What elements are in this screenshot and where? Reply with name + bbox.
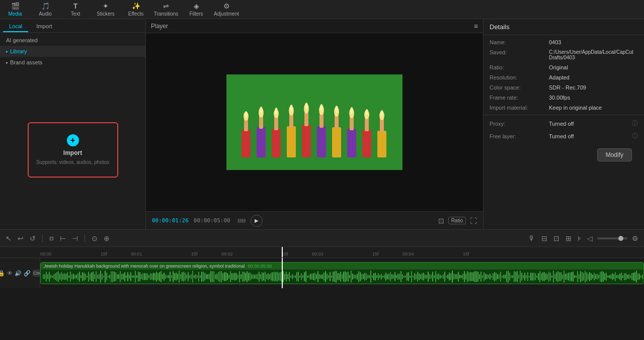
toolbar-divider-2: [85, 234, 85, 242]
proxy-value: Turned off: [549, 121, 628, 127]
svg-rect-25: [332, 127, 341, 157]
toolbar-effects[interactable]: ✨ Effects: [121, 0, 151, 19]
toolbar-text[interactable]: T Text: [60, 0, 91, 19]
toolbar-media[interactable]: 🎬 Media: [0, 0, 30, 19]
settings-icon[interactable]: ⚙: [630, 233, 640, 243]
track-controls: 🔒 👁 🔊 🔗 Cover: [0, 258, 40, 288]
svg-point-16: [290, 105, 293, 112]
video-clip[interactable]: Jewish holiday Hanukkah background with …: [40, 262, 644, 284]
play-button[interactable]: ▶: [251, 215, 263, 227]
playhead-ruler: [282, 247, 283, 258]
player-title: Player: [151, 23, 168, 30]
left-panel: Local Import AI generated ▸ Library ▸ Br…: [0, 19, 146, 229]
top-toolbar: 🎬 Media 🎵 Audio T Text ✦ Stickers ✨ Effe…: [0, 0, 644, 19]
ai-generated-label: AI generated: [6, 37, 38, 43]
toolbar-divider-1: [42, 234, 43, 242]
total-time: 00:00:05:00: [194, 217, 230, 224]
delete-button[interactable]: ⊙: [90, 233, 99, 243]
media-icon: 🎬: [11, 2, 20, 10]
detail-colorspace: Color space: SDR - Rec.709: [490, 84, 638, 91]
zoom-link-icon[interactable]: ⊡: [552, 233, 561, 243]
filters-icon: ◈: [194, 2, 199, 10]
frame-display: ⊟⊟: [237, 218, 246, 223]
modify-button[interactable]: Modify: [597, 148, 632, 161]
toolbar-stickers[interactable]: ✦ Stickers: [91, 0, 121, 19]
zoom-out-icon[interactable]: ⊟: [540, 233, 549, 243]
ruler-00-01-15: 15f: [191, 251, 221, 257]
free-layer-info-icon[interactable]: ⓘ: [632, 132, 638, 140]
mic-button[interactable]: 🎙: [527, 233, 537, 243]
svg-point-32: [350, 107, 353, 114]
brand-arrow: ▸: [6, 60, 8, 65]
toolbar-filters[interactable]: ◈ Filters: [181, 0, 211, 19]
trim-end-button[interactable]: ⊣: [70, 233, 79, 243]
fullscreen-button[interactable]: ⛶: [470, 217, 477, 225]
toolbar-audio[interactable]: 🎵 Audio: [30, 0, 60, 19]
ruler-00-02-15: 15f: [282, 251, 312, 257]
more-button[interactable]: ⊕: [102, 233, 111, 243]
zoom-slider[interactable]: [597, 237, 627, 239]
import-material-label: Import material:: [490, 105, 545, 111]
redo-button[interactable]: ↺: [28, 233, 37, 243]
proxy-info-icon[interactable]: ⓘ: [632, 119, 638, 128]
filters-label: Filters: [189, 11, 203, 17]
player-menu-icon[interactable]: ≡: [474, 22, 478, 30]
player-header: Player ≡: [146, 19, 483, 33]
nav-ai-generated[interactable]: AI generated: [0, 35, 145, 46]
toolbar-transitions[interactable]: ⇌ Transitions: [151, 0, 181, 19]
framerate-label: Frame rate:: [490, 95, 545, 101]
resolution-label: Resolution:: [490, 74, 545, 80]
detail-import-material: Import material: Keep in original place: [490, 105, 638, 111]
track-eye-icon[interactable]: 👁: [7, 270, 13, 276]
tab-import[interactable]: Import: [30, 21, 58, 32]
player-viewport[interactable]: [146, 33, 483, 211]
toolbar-adjustment[interactable]: ⚙ Adjustment: [211, 0, 242, 19]
tab-local[interactable]: Local: [3, 21, 28, 32]
transitions-icon: ⇌: [163, 2, 169, 10]
adjustment-label: Adjustment: [214, 11, 239, 17]
track-audio-icon[interactable]: 🔊: [15, 270, 22, 277]
track-lock-icon[interactable]: 🔒: [0, 270, 5, 277]
ratio-label: Ratio:: [490, 64, 545, 70]
left-content: + Import Supports: videos, audios, photo…: [0, 70, 145, 229]
details-body: Name: 0403 Saved: C:/Users/User/AppData/…: [484, 35, 644, 115]
framerate-value: 30.00fps: [549, 95, 638, 101]
timeline-toolbar-right: 🎙 ⊟ ⊡ ⊞ ⊧ ◁ ⚙: [527, 233, 640, 243]
detail-framerate: Frame rate: 30.00fps: [490, 95, 638, 101]
svg-rect-5: [257, 127, 266, 157]
adjustment-icon: ⚙: [223, 2, 230, 10]
details-header: Details: [484, 19, 644, 35]
svg-point-20: [305, 103, 308, 110]
ratio-button[interactable]: Ratio: [448, 217, 466, 224]
main-area: Local Import AI generated ▸ Library ▸ Br…: [0, 19, 644, 229]
nav-library[interactable]: ▸ Library: [0, 46, 145, 57]
detail-name: Name: 0403: [490, 39, 638, 45]
import-drop-zone[interactable]: + Import Supports: videos, audios, photo…: [28, 122, 118, 178]
player-controls-right: ⊡ Ratio ⛶: [438, 217, 477, 225]
fit-icon[interactable]: ⊧: [576, 233, 583, 243]
ruler-00-02: 00:02: [221, 251, 282, 257]
player-controls: 00:00:01:26 00:00:05:00 ⊟⊟ ▶ ⊡ Ratio ⛶: [146, 211, 483, 229]
right-panel: Details Name: 0403 Saved: C:/Users/User/…: [483, 19, 644, 229]
track-link-icon[interactable]: 🔗: [24, 270, 31, 277]
clip-waveform: [41, 270, 643, 284]
prev-frame-icon[interactable]: ◁: [586, 233, 594, 243]
ratio-value: Original: [549, 64, 638, 70]
track-content-main[interactable]: Jewish holiday Hanukkah background with …: [40, 258, 644, 288]
ruler-00-00-15: 15f: [101, 251, 131, 257]
current-time: 00:00:01:26: [152, 217, 189, 224]
ruler-00-01: 00:01: [131, 251, 191, 257]
cursor-tool[interactable]: ↖: [4, 233, 13, 243]
import-material-value: Keep in original place: [549, 105, 638, 111]
trim-start-button[interactable]: ⊢: [58, 233, 67, 243]
svg-point-8: [260, 107, 263, 114]
nav-brand-assets[interactable]: ▸ Brand assets: [0, 57, 145, 68]
zoom-in-icon[interactable]: ⊞: [564, 233, 573, 243]
screenshot-button[interactable]: ⊡: [438, 217, 444, 225]
colorspace-value: SDR - Rec.709: [549, 84, 638, 91]
stickers-label: Stickers: [97, 11, 115, 17]
undo-button[interactable]: ↩: [16, 233, 25, 243]
svg-rect-33: [362, 130, 371, 157]
svg-rect-9: [272, 129, 281, 157]
split-button[interactable]: ⧈: [48, 233, 55, 243]
